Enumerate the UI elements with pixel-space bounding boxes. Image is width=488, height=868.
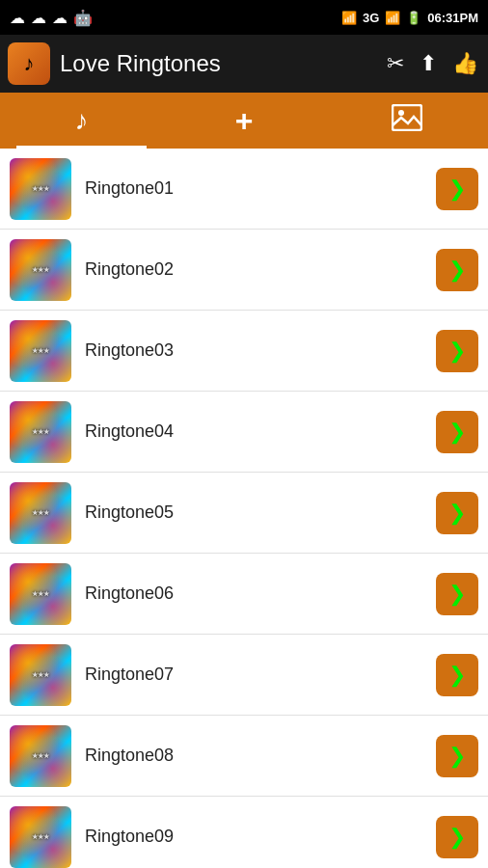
ringtone-thumbnail: ★★★ (10, 725, 71, 787)
thumb-label: ★★★ (32, 752, 49, 760)
play-arrow-icon: ❯ (448, 502, 466, 524)
cloud-icon-3: ☁ (52, 9, 68, 27)
toolbar-add-tab[interactable]: + (163, 93, 326, 149)
list-item: ★★★ Ringtone01 ❯ (0, 149, 488, 230)
network-type: 3G (363, 11, 379, 25)
thumb-label: ★★★ (32, 509, 49, 517)
cloud-icon-2: ☁ (31, 9, 46, 27)
play-arrow-icon: ❯ (448, 259, 466, 281)
wifi-icon: 📶 (341, 11, 357, 25)
scissors-button[interactable]: ✂ (387, 51, 404, 76)
list-item: ★★★ Ringtone04 ❯ (0, 392, 488, 473)
ringtone-name: Ringtone01 (71, 178, 436, 199)
list-item: ★★★ Ringtone05 ❯ (0, 473, 488, 554)
ringtone-name: Ringtone04 (71, 421, 436, 442)
app-icon-symbol: ♪ (24, 51, 35, 76)
ringtone-thumbnail: ★★★ (10, 239, 71, 301)
ringtone-name: Ringtone06 (71, 583, 436, 604)
play-button[interactable]: ❯ (436, 654, 478, 696)
play-button[interactable]: ❯ (436, 249, 478, 291)
status-right: 📶 3G 📶 🔋 06:31PM (341, 11, 478, 25)
toolbar: ♪ + (0, 93, 488, 149)
list-item: ★★★ Ringtone02 ❯ (0, 230, 488, 311)
svg-rect-0 (393, 105, 421, 130)
time-display: 06:31PM (427, 11, 478, 25)
play-button[interactable]: ❯ (436, 735, 478, 777)
toolbar-music-tab[interactable]: ♪ (0, 93, 163, 149)
add-icon: + (235, 103, 254, 139)
play-button[interactable]: ❯ (436, 816, 478, 858)
list-item: ★★★ Ringtone06 ❯ (0, 554, 488, 635)
battery-icon: 🔋 (406, 11, 421, 25)
play-arrow-icon: ❯ (448, 665, 466, 686)
like-button[interactable]: 👍 (452, 51, 478, 76)
play-button[interactable]: ❯ (436, 492, 478, 534)
app-header: ♪ Love Ringtones ✂ ⬆ 👍 (0, 35, 488, 93)
ringtone-thumbnail: ★★★ (10, 563, 71, 625)
play-button[interactable]: ❯ (436, 168, 478, 210)
cloud-icon-1: ☁ (10, 9, 25, 27)
thumb-label: ★★★ (32, 185, 49, 193)
svg-point-1 (398, 110, 404, 116)
signal-icon: 📶 (385, 11, 400, 25)
ringtone-name: Ringtone08 (71, 746, 436, 766)
list-item: ★★★ Ringtone03 ❯ (0, 311, 488, 392)
play-button[interactable]: ❯ (436, 573, 478, 615)
play-arrow-icon: ❯ (448, 340, 466, 362)
image-icon (392, 104, 422, 137)
list-item: ★★★ Ringtone09 ❯ (0, 797, 488, 868)
ringtone-name: Ringtone02 (71, 259, 436, 280)
ringtone-thumbnail: ★★★ (10, 158, 71, 220)
app-icon: ♪ (8, 42, 50, 85)
play-arrow-icon: ❯ (448, 421, 466, 443)
play-arrow-icon: ❯ (448, 178, 466, 200)
thumb-label: ★★★ (32, 347, 49, 355)
header-left: ♪ Love Ringtones (8, 42, 221, 85)
thumb-label: ★★★ (32, 833, 49, 841)
toolbar-image-tab[interactable] (325, 93, 488, 149)
status-icons: ☁ ☁ ☁ 🤖 (10, 9, 93, 27)
ringtone-list: ★★★ Ringtone01 ❯ ★★★ Ringtone02 ❯ ★★★ Ri… (0, 149, 488, 868)
app-title: Love Ringtones (60, 50, 221, 77)
play-button[interactable]: ❯ (436, 330, 478, 372)
thumb-label: ★★★ (32, 428, 49, 436)
ringtone-name: Ringtone07 (71, 665, 436, 685)
play-arrow-icon: ❯ (448, 827, 466, 848)
ringtone-name: Ringtone05 (71, 502, 436, 523)
share-button[interactable]: ⬆ (420, 51, 437, 76)
ringtone-name: Ringtone09 (71, 827, 436, 847)
music-note-icon: ♪ (74, 105, 88, 136)
thumb-label: ★★★ (32, 266, 49, 274)
play-arrow-icon: ❯ (448, 746, 466, 767)
play-button[interactable]: ❯ (436, 411, 478, 453)
thumb-label: ★★★ (32, 590, 49, 598)
thumb-label: ★★★ (32, 671, 49, 679)
ringtone-thumbnail: ★★★ (10, 806, 71, 868)
list-item: ★★★ Ringtone07 ❯ (0, 635, 488, 716)
ringtone-thumbnail: ★★★ (10, 482, 71, 544)
ringtone-thumbnail: ★★★ (10, 401, 71, 463)
ringtone-name: Ringtone03 (71, 340, 436, 361)
ringtone-thumbnail: ★★★ (10, 644, 71, 706)
play-arrow-icon: ❯ (448, 583, 466, 605)
header-actions: ✂ ⬆ 👍 (387, 51, 478, 76)
ringtone-thumbnail: ★★★ (10, 320, 71, 382)
list-item: ★★★ Ringtone08 ❯ (0, 716, 488, 797)
status-bar: ☁ ☁ ☁ 🤖 📶 3G 📶 🔋 06:31PM (0, 0, 488, 35)
robot-icon: 🤖 (73, 9, 93, 27)
